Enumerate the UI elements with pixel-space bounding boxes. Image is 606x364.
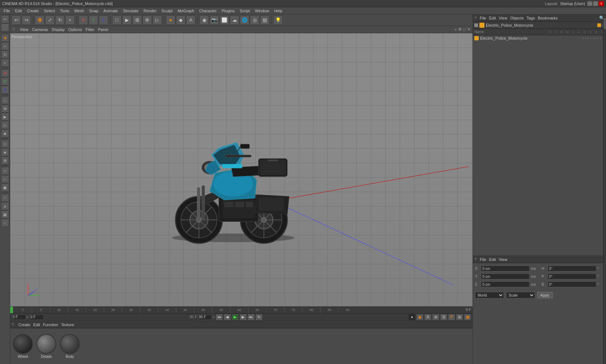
close-button[interactable]: ✕	[599, 1, 604, 6]
tool-undo[interactable]: ↩	[1, 15, 9, 23]
tool-point[interactable]: •	[1, 167, 9, 175]
material-wheel[interactable]: Wheel	[13, 334, 33, 359]
attr-b-input[interactable]	[548, 281, 596, 287]
menu-snap[interactable]: Snap	[87, 8, 101, 14]
tb-undo[interactable]: ↩	[12, 15, 21, 25]
layer-btn[interactable]: ☰	[440, 314, 447, 320]
tb-z-axis[interactable]: Z	[99, 15, 108, 25]
scrollbar-thumb[interactable]	[603, 18, 606, 29]
apply-button[interactable]: Apply	[537, 292, 553, 298]
morph-btn[interactable]: ⊞	[456, 314, 463, 320]
maximize-button[interactable]: □	[593, 1, 598, 6]
menu-select[interactable]: Select	[42, 8, 57, 14]
obj-menu-edit[interactable]: Edit	[489, 16, 496, 20]
viewport-menu-view[interactable]: View	[20, 27, 28, 32]
tool-add[interactable]: +	[1, 59, 9, 67]
menu-window[interactable]: Window	[253, 8, 271, 14]
mat-menu-texture[interactable]: Texture	[61, 323, 74, 327]
vp-settings-icon[interactable]: ⚙	[458, 27, 462, 32]
tb-anim-key[interactable]: ◆	[176, 15, 185, 25]
tool-edge[interactable]: ⌐	[1, 175, 9, 183]
tb-select-obj[interactable]: +	[65, 15, 75, 25]
material-details[interactable]: Details	[36, 334, 56, 359]
menu-create[interactable]: Create	[25, 8, 41, 14]
anim-prev-frame[interactable]: ◀	[224, 314, 231, 320]
tool-deformer[interactable]: ~	[1, 194, 9, 202]
tool-z[interactable]: Z	[1, 86, 9, 94]
tool-render-region[interactable]: ⊞	[1, 105, 9, 112]
tool-render-stop[interactable]: ■	[1, 129, 9, 137]
tb-x-axis[interactable]: ✕	[79, 15, 88, 25]
vp-maximize-icon[interactable]: +	[454, 27, 457, 32]
tb-light[interactable]: ◉	[199, 15, 209, 25]
anim-next-frame[interactable]: ▶	[240, 314, 247, 320]
viewport-canvas[interactable]: Perspective	[10, 33, 473, 306]
tb-floor[interactable]: ⬜	[220, 15, 229, 25]
tool-rotate2[interactable]: ↻	[1, 50, 9, 58]
tb-anim-auto[interactable]: A	[186, 15, 196, 25]
tool-texture[interactable]: ▦	[1, 210, 9, 218]
viewport-menu-filter[interactable]: Filter	[85, 27, 94, 32]
motion-btn[interactable]: ⊕	[432, 314, 439, 320]
tool-cube[interactable]: ▪	[1, 42, 9, 50]
attr-y-input[interactable]	[481, 274, 530, 279]
anim-play[interactable]: ▶	[232, 314, 239, 320]
menu-script[interactable]: Script	[238, 8, 252, 14]
tb-env[interactable]: ◎	[250, 15, 259, 25]
frame-current-input[interactable]	[30, 314, 44, 320]
tool-y[interactable]: Y	[1, 77, 9, 85]
tb-scale[interactable]: ⤢	[45, 15, 54, 25]
tool-render-small[interactable]: □	[1, 96, 9, 104]
tool-flat[interactable]: ◈	[1, 148, 9, 156]
tb-anim-record[interactable]: ●	[166, 15, 175, 25]
preview-btn[interactable]: ▦	[464, 314, 471, 320]
obj-menu-file[interactable]: File	[480, 16, 486, 20]
coord-system-dropdown[interactable]: World Object Camera	[475, 292, 504, 298]
tool-move[interactable]: ✥	[1, 34, 9, 42]
obj-menu-bookmarks[interactable]: Bookmarks	[538, 16, 558, 20]
vp-layout-icon[interactable]: □	[463, 27, 466, 32]
attr-h-input[interactable]	[548, 266, 596, 271]
viewport-menu-options[interactable]: Options	[68, 27, 82, 32]
attr-z-input[interactable]	[481, 281, 530, 287]
tb-redo[interactable]: ↪	[22, 15, 31, 25]
anim-loop[interactable]: ↻	[255, 314, 263, 320]
menu-mograph[interactable]: MoGraph	[175, 8, 196, 14]
menu-tools[interactable]: Tools	[58, 8, 71, 14]
right-scrollbar[interactable]	[603, 14, 606, 364]
tb-render-region2[interactable]: □	[112, 15, 122, 25]
mat-menu-create[interactable]: Create	[18, 323, 30, 327]
material-body[interactable]: Body	[60, 334, 80, 359]
obj-menu-objects[interactable]: Objects	[510, 16, 523, 20]
frame-end-input[interactable]	[198, 314, 212, 320]
autokey-btn[interactable]: A	[424, 314, 431, 320]
tb-render-settings[interactable]: ⚙	[142, 15, 152, 25]
viewport-menu-display[interactable]: Display	[52, 27, 65, 32]
attr-menu-edit[interactable]: Edit	[489, 257, 496, 262]
tb-render-queue[interactable]: ▷	[153, 15, 162, 25]
tool-mode[interactable]	[1, 23, 9, 31]
menu-edit[interactable]: Edit	[13, 8, 24, 14]
tool-render-full[interactable]: ▶	[1, 113, 9, 121]
menu-simulate[interactable]: Simulate	[121, 8, 141, 14]
menu-mesh[interactable]: Mesh	[72, 8, 86, 14]
obj-menu-tags[interactable]: Tags	[527, 16, 535, 20]
tool-render-anim[interactable]: ▷	[1, 121, 9, 129]
viewport-menu-panel[interactable]: Panel	[98, 27, 108, 32]
menu-sculpt[interactable]: Sculpt	[159, 8, 175, 14]
attr-menu-file[interactable]: File	[480, 257, 486, 262]
tb-rotate[interactable]: ↻	[55, 15, 65, 25]
tool-x[interactable]: ✕	[1, 69, 9, 77]
tool-polygon[interactable]: ▣	[1, 183, 9, 191]
obj-menu-view[interactable]: View	[499, 16, 508, 20]
minimize-button[interactable]: —	[587, 1, 592, 6]
mat-menu-function[interactable]: Function	[43, 323, 58, 327]
obj-electric-motorcycle[interactable]: Electric_Police_Motorcycle ● ● ● ● ● ● ●…	[473, 35, 606, 41]
tb-y-axis[interactable]: Y	[89, 15, 98, 25]
record-btn[interactable]: ●	[408, 314, 416, 320]
tool-hair[interactable]: ⌣	[1, 219, 9, 227]
menu-file[interactable]: File	[1, 8, 12, 14]
tb-gradient[interactable]: ▨	[260, 15, 269, 25]
tb-camera[interactable]: 📷	[210, 15, 219, 25]
attr-menu-view[interactable]: View	[499, 257, 508, 262]
